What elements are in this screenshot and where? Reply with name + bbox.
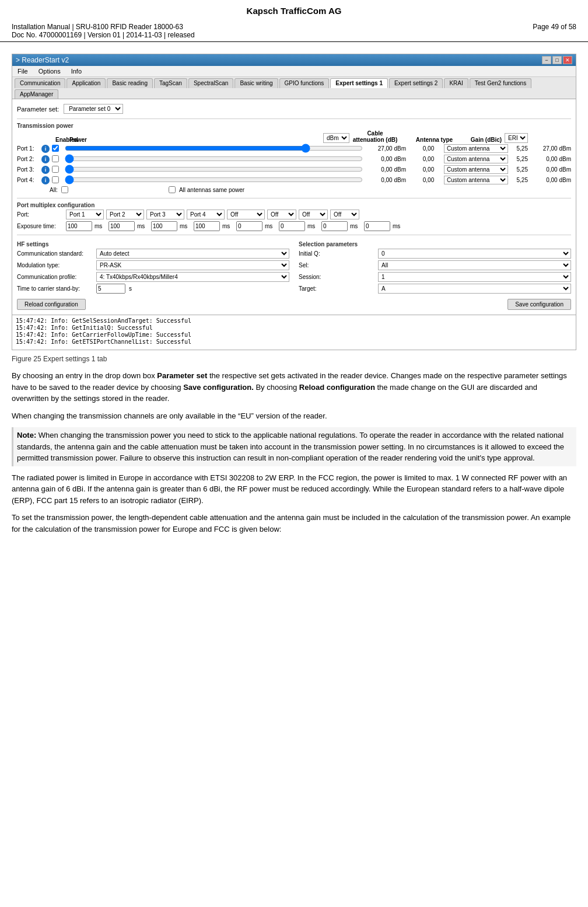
sel-initialq-row: Initial Q: 0 — [299, 249, 571, 259]
exposure-5[interactable] — [236, 221, 262, 231]
exposure-6[interactable] — [279, 221, 305, 231]
body-paragraphs: By choosing an entry in the drop down bo… — [0, 370, 588, 535]
port-enabled-3[interactable] — [52, 166, 59, 173]
close-button[interactable]: ✕ — [563, 56, 572, 64]
menu-info[interactable]: Info — [69, 67, 83, 75]
hf-comm-std-label: Communication standard: — [17, 250, 93, 257]
port-erp-val-3: 0,00 dBm — [530, 166, 571, 173]
separator-2 — [17, 198, 571, 198]
port-antenna-select-2[interactable]: Custom antenna Custom — [444, 155, 508, 163]
sel-session-select[interactable]: 1 — [378, 272, 571, 282]
sel-initialq-select[interactable]: 0 — [378, 249, 571, 259]
col-cable-label: Cable attenuation (dB) — [352, 130, 398, 143]
port-row-3: Port 3: i 0,00 dBm 0,00 Custom antenna C… — [17, 165, 571, 174]
unit-dropdown[interactable]: dBm mW — [323, 133, 349, 143]
port-slider-4[interactable] — [65, 176, 363, 183]
tab-appmanager[interactable]: AppManager — [15, 89, 58, 99]
selection-params-section: Selection parameters Initial Q: 0 Sel: A… — [299, 239, 571, 295]
port-slider-3[interactable] — [65, 166, 363, 173]
all-label: All: — [50, 187, 58, 193]
tab-application[interactable]: Application — [66, 78, 106, 88]
port-gain-val-1: 5,25 — [510, 145, 528, 152]
port-enabled-4[interactable] — [52, 176, 59, 183]
separator-3 — [17, 235, 571, 235]
tab-krai[interactable]: KRAI — [444, 78, 468, 88]
all-antennas-same-checkbox[interactable] — [169, 186, 176, 193]
tab-basic-writing[interactable]: Basic writing — [235, 78, 278, 88]
param-set-dropdown[interactable]: Parameter set 0 Parameter set 1 Paramete… — [64, 104, 123, 114]
menu-options[interactable]: Options — [37, 67, 62, 75]
tab-expert2[interactable]: Expert settings 2 — [389, 78, 443, 88]
port-enabled-1[interactable] — [52, 145, 59, 152]
body-paragraph: Note: When changing the transmission pow… — [12, 427, 576, 466]
app-content: Parameter set: Parameter set 0 Parameter… — [12, 99, 576, 315]
mp-port3[interactable]: Port 3 — [146, 210, 184, 219]
sel-initialq-label: Initial Q: — [299, 250, 374, 257]
save-button[interactable]: Save configuration — [508, 299, 571, 310]
port-erp-val-1: 27,00 dBm — [530, 145, 571, 152]
multiplex-exposure-row: Exposure time: ms ms ms ms ms ms ms ms — [17, 221, 571, 231]
mp-port4[interactable]: Port 4 — [187, 210, 225, 219]
mp-port2[interactable]: Port 2 — [106, 210, 144, 219]
log-area: 15:47:42: Info: GetSelSessionAndTarget: … — [12, 315, 576, 350]
reload-button[interactable]: Reload configuration — [17, 299, 86, 310]
col-gain-label: Gain (dBic) — [470, 137, 502, 143]
mp-port8[interactable]: Off — [330, 210, 359, 219]
window-controls: − □ ✕ — [542, 56, 572, 64]
port-slider-2[interactable] — [65, 155, 363, 162]
buttons-row: Reload configuration Save configuration — [17, 299, 571, 310]
sel-target-label: Target: — [299, 285, 374, 292]
hf-standby-input[interactable] — [96, 284, 125, 294]
tab-tagscan[interactable]: TagScan — [154, 78, 187, 88]
all-antennas-same-label: All antennas same power — [179, 187, 244, 193]
minimize-button[interactable]: − — [542, 56, 551, 64]
body-paragraph: The radiated power is limited in Europe … — [12, 472, 576, 507]
tab-gpio[interactable]: GPIO functions — [279, 78, 330, 88]
param-set-label: Parameter set: — [17, 106, 59, 113]
exposure-7[interactable] — [321, 221, 348, 231]
exposure-1[interactable] — [66, 221, 92, 231]
maximize-button[interactable]: □ — [552, 56, 562, 64]
port-enabled-2[interactable] — [52, 155, 59, 162]
menu-file[interactable]: File — [16, 67, 30, 75]
tab-spectralscan[interactable]: SpectralScan — [188, 78, 233, 88]
port-power-val-1: 27,00 dBm — [365, 145, 406, 152]
company-title: Kapsch TrafficCom AG — [247, 6, 342, 16]
log-line: 15:47:42: Info: GetSelSessionAndTarget: … — [16, 318, 572, 324]
port-slider-1[interactable] — [65, 145, 363, 152]
hf-profile-label: Communication profile: — [17, 274, 93, 280]
tab-testgen2[interactable]: Test Gen2 functions — [470, 78, 531, 88]
body-paragraph: When changing the transmission channels … — [12, 410, 576, 422]
port-cable-val-1: 0,00 — [415, 145, 442, 152]
tab-communication[interactable]: Communication — [15, 78, 65, 88]
exposure-3[interactable] — [151, 221, 177, 231]
port-antenna-select-4[interactable]: Custom antenna Custom — [444, 176, 508, 184]
exposure-4[interactable] — [194, 221, 220, 231]
exposure-2[interactable] — [108, 221, 135, 231]
body-paragraph: To set the transmission power, the lengt… — [12, 512, 576, 535]
hf-profile-select[interactable]: 4: Tx40kbps/Rx40kbps/Miller4 — [96, 272, 289, 282]
mp-port1[interactable]: Port 1 — [66, 210, 104, 219]
sel-sel-select[interactable]: All — [378, 260, 571, 270]
log-line: 15:47:42: Info: GetInitialQ: Successful — [16, 325, 572, 331]
port-cable-val-4: 0,00 — [415, 177, 442, 183]
port-gain-val-4: 5,25 — [510, 177, 528, 183]
mp-port5[interactable]: Off — [227, 210, 265, 219]
hf-mod-select[interactable]: PR-ASK — [96, 260, 289, 270]
mp-port7[interactable]: Off — [299, 210, 328, 219]
port-row-4: Port 4: i 0,00 dBm 0,00 Custom antenna C… — [17, 176, 571, 184]
hf-comm-std-select[interactable]: Auto detect — [96, 249, 289, 259]
exposure-8[interactable] — [364, 221, 390, 231]
hf-mod-row: Modulation type: PR-ASK — [17, 260, 289, 270]
hf-profile-row: Communication profile: 4: Tx40kbps/Rx40k… — [17, 272, 289, 282]
mp-port6[interactable]: Off — [267, 210, 296, 219]
tab-basic-reading[interactable]: Basic reading — [107, 78, 153, 88]
erp-dropdown[interactable]: ERP EIRP — [505, 133, 528, 143]
sel-target-select[interactable]: A — [378, 284, 571, 294]
port-power-val-3: 0,00 dBm — [365, 166, 406, 173]
tab-expert1[interactable]: Expert settings 1 — [330, 78, 388, 88]
all-checkbox[interactable] — [61, 186, 68, 193]
port-antenna-select-3[interactable]: Custom antenna Custom — [444, 165, 508, 174]
sel-session-label: Session: — [299, 274, 374, 280]
port-antenna-select-1[interactable]: Custom antenna Custom — [444, 144, 508, 153]
